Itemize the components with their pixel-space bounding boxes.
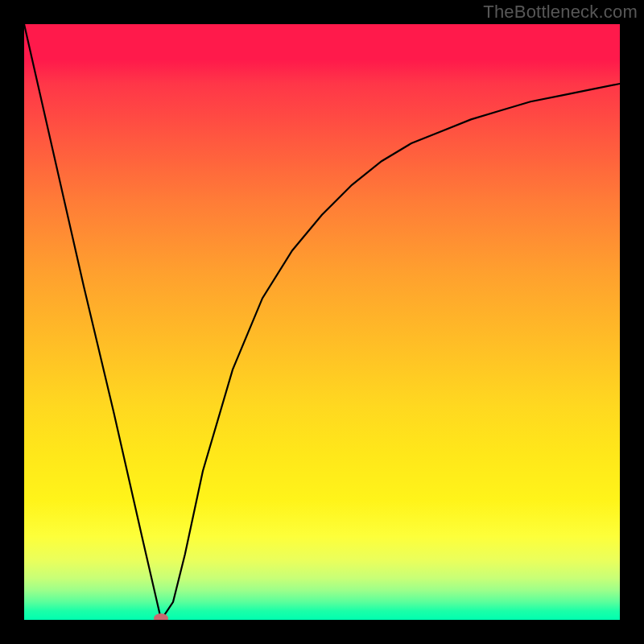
chart-frame: TheBottleneck.com [0, 0, 644, 644]
plot-area [24, 24, 620, 620]
watermark-text: TheBottleneck.com [483, 2, 638, 23]
bottleneck-curve [24, 24, 620, 620]
curve-svg [24, 24, 620, 620]
minimum-marker [154, 613, 168, 620]
